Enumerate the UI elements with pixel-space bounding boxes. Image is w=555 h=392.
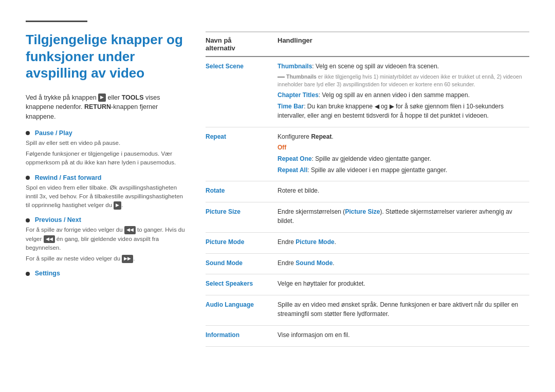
row-content-picture-size: Endre skjermstørrelsen (Picture Size). S… (278, 207, 529, 228)
row-content-picture-mode: Endre Picture Mode. (278, 237, 529, 249)
col-name-header: Navn påalternativ (206, 36, 278, 52)
bullet-marker (26, 218, 30, 222)
play-icon: ▶ (98, 94, 106, 102)
table-header: Navn påalternativ Handlinger (206, 32, 529, 57)
bullet-list: Pause / Play Spill av eller sett en vide… (26, 129, 185, 277)
table-row: Picture Mode Endre Picture Mode. (206, 233, 529, 254)
table-row: Information Vise informasjon om en fil. (206, 326, 529, 347)
page-layout: Tilgjengelige knapper og funksjoner unde… (26, 31, 529, 347)
tools-label: TOOLS (122, 94, 144, 101)
row-content-information: Vise informasjon om en fil. (278, 330, 529, 342)
bullet-item-previous-next: Previous / Next For å spille av forrige … (26, 216, 185, 263)
top-rule (26, 21, 87, 22)
prev-next-title: Previous / Next (35, 216, 81, 223)
bullet-marker (26, 272, 30, 276)
row-name-audio-language: Audio Language (206, 300, 278, 308)
pause-play-desc2: Følgende funksjoner er tilgjengelige i p… (26, 150, 185, 167)
prev-next-desc2: For å spille av neste video velger du ▶▶… (26, 254, 185, 263)
row-content-audio-language: Spille av en video med ønsket språk. Den… (278, 300, 529, 321)
row-name-picture-size: Picture Size (206, 207, 278, 215)
rewind-icon: ◀◀ (124, 226, 136, 234)
pause-play-desc1: Spill av eller sett en video på pause. (26, 139, 185, 147)
settings-title: Settings (35, 270, 60, 277)
row-content-repeat: Konfigurere Repeat. Off Repeat One: Spil… (278, 132, 529, 176)
table-row: Picture Size Endre skjermstørrelsen (Pic… (206, 202, 529, 233)
row-content-sound-mode: Endre Sound Mode. (278, 258, 529, 270)
row-content-select-speakers: Velge en høyttaler for produktet. (278, 279, 529, 290)
return-label: RETURN (84, 103, 111, 110)
table-row: Repeat Konfigurere Repeat. Off Repeat On… (206, 127, 529, 181)
bullet-item-rewind: Rewind / Fast forward Spol en video frem… (26, 174, 185, 210)
row-content-rotate: Rotere et bilde. (278, 186, 529, 197)
table-row: Rotate Rotere et bilde. (206, 181, 529, 202)
table-row: Select Speakers Velge en høyttaler for p… (206, 274, 529, 295)
play-icon-small: ▶ (114, 201, 121, 210)
rewind-icon2: ◀◀ (44, 235, 55, 244)
bullet-item-pause-play: Pause / Play Spill av eller sett en vide… (26, 129, 185, 167)
row-name-rotate: Rotate (206, 186, 278, 194)
left-column: Tilgjengelige knapper og funksjoner unde… (26, 31, 185, 283)
intro-text: Ved å trykke på knappen ▶ eller TOOLS vi… (26, 93, 185, 122)
row-name-repeat: Repeat (206, 132, 278, 140)
row-name-picture-mode: Picture Mode (206, 237, 278, 246)
bullet-item-settings: Settings (26, 269, 185, 277)
bullet-marker (26, 131, 30, 135)
ff-icon: ▶▶ (122, 255, 133, 263)
right-column: Navn påalternativ Handlinger Select Scen… (206, 31, 529, 347)
row-name-select-scene: Select Scene (206, 62, 278, 70)
table-row: Select Scene Thumbnails: Velg en scene o… (206, 57, 529, 127)
rewind-desc: Spol en video frem eller tilbake. Øk avs… (26, 183, 185, 210)
row-name-select-speakers: Select Speakers (206, 279, 278, 287)
row-name-sound-mode: Sound Mode (206, 258, 278, 267)
row-name-information: Information (206, 330, 278, 339)
col-action-header: Handlinger (278, 36, 529, 52)
table-row: Audio Language Spille av en video med øn… (206, 295, 529, 326)
row-content-select-scene: Thumbnails: Velg en scene og spill av vi… (278, 62, 529, 122)
page-title: Tilgjengelige knapper og funksjoner unde… (26, 31, 185, 82)
bullet-marker (26, 176, 30, 180)
table-row: Sound Mode Endre Sound Mode. (206, 254, 529, 275)
prev-next-desc1: For å spille av forrige video velger du … (26, 226, 185, 252)
pause-play-title: Pause / Play (35, 129, 72, 137)
rewind-title: Rewind / Fast forward (35, 174, 102, 181)
